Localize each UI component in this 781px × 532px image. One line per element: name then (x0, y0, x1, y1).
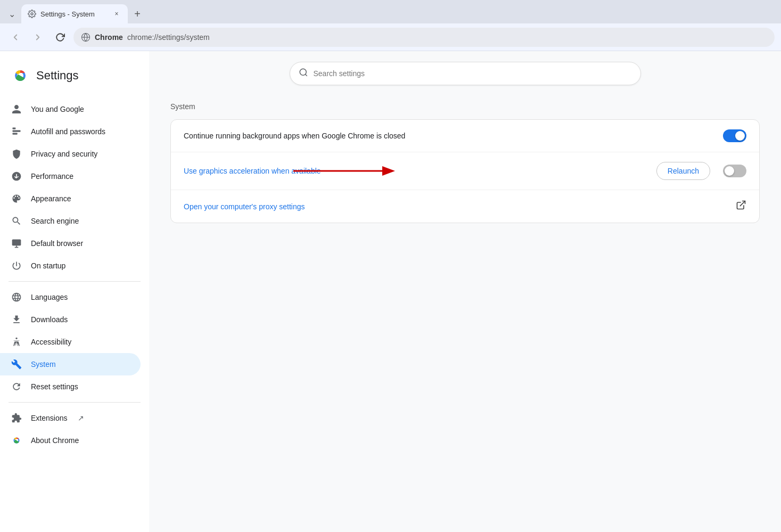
nav-back-button[interactable] (6, 28, 24, 46)
sidebar-item-you-and-google[interactable]: You and Google (0, 98, 141, 120)
graphics-acceleration-label: Use graphics acceleration when available (184, 167, 650, 175)
shield-icon (11, 148, 22, 160)
sidebar-label-privacy: Privacy and security (31, 150, 97, 158)
download-icon (11, 314, 22, 325)
sidebar-label-performance: Performance (31, 172, 73, 181)
address-site-label: Chrome (95, 33, 123, 42)
background-apps-row: Continue running background apps when Go… (171, 120, 759, 152)
power-icon (11, 260, 22, 272)
proxy-settings-label: Open your computer's proxy settings (184, 202, 729, 211)
sidebar-item-autofill[interactable]: Autofill and passwords (0, 120, 141, 143)
sidebar-item-reset-settings[interactable]: Reset settings (0, 375, 141, 398)
sidebar-item-languages[interactable]: Languages (0, 286, 141, 308)
puzzle-icon (11, 412, 22, 424)
palette-icon (11, 193, 22, 204)
relaunch-button[interactable]: Relaunch (656, 162, 710, 180)
sidebar-item-about-chrome[interactable]: About Chrome (0, 429, 141, 452)
address-url-text: chrome://settings/system (127, 33, 210, 42)
nav-reload-button[interactable] (51, 28, 69, 46)
chrome-logo-icon (11, 66, 30, 85)
sidebar-item-downloads[interactable]: Downloads (0, 308, 141, 331)
browser-frame: ⌄ Settings - System × + (0, 0, 781, 532)
wrench-icon (11, 358, 22, 370)
background-apps-toggle-knob (735, 131, 745, 141)
svg-rect-6 (13, 130, 21, 132)
sidebar-divider-1 (9, 281, 141, 282)
system-section-title: System (170, 102, 760, 111)
sidebar-label-reset-settings: Reset settings (31, 382, 78, 391)
sidebar-label-default-browser: Default browser (31, 239, 83, 248)
sidebar-label-system: System (31, 360, 56, 369)
sidebar-label-languages: Languages (31, 293, 68, 301)
search-bar[interactable] (290, 62, 641, 85)
svg-line-18 (740, 201, 745, 206)
sidebar-label-downloads: Downloads (31, 315, 68, 324)
sidebar-label-search-engine: Search engine (31, 217, 79, 225)
sidebar-item-search-engine[interactable]: Search engine (0, 210, 141, 232)
svg-point-14 (300, 69, 306, 75)
accessibility-icon (11, 336, 22, 348)
sidebar-item-accessibility[interactable]: Accessibility (0, 331, 141, 353)
svg-line-15 (305, 74, 307, 76)
proxy-external-link-icon[interactable] (736, 200, 746, 213)
tab-list-button[interactable]: ⌄ (4, 6, 19, 21)
sidebar-label-appearance: Appearance (31, 194, 71, 203)
sidebar-item-on-startup[interactable]: On startup (0, 255, 141, 277)
settings-page-title: Settings (36, 69, 79, 83)
search-bar-container (170, 62, 760, 85)
red-arrow-annotation (293, 160, 400, 182)
extensions-external-link-icon: ↗ (78, 414, 84, 422)
sidebar-label-on-startup: On startup (31, 261, 65, 270)
tab-favicon (28, 10, 36, 18)
tab-close-button[interactable]: × (112, 9, 121, 19)
search-bar-icon (299, 68, 308, 80)
svg-point-11 (15, 338, 17, 339)
globe-icon (11, 291, 22, 303)
autofill-icon (11, 126, 22, 137)
sidebar-label-accessibility: Accessibility (31, 338, 71, 346)
address-favicon (81, 32, 91, 42)
tab-bar: ⌄ Settings - System × + (0, 0, 781, 23)
browser-icon (11, 238, 22, 249)
sidebar-item-privacy[interactable]: Privacy and security (0, 143, 141, 165)
settings-logo-row: Settings (0, 62, 149, 98)
svg-point-0 (31, 13, 33, 15)
graphics-acceleration-toggle[interactable] (723, 165, 746, 177)
tab-settings-system[interactable]: Settings - System × (21, 4, 128, 23)
new-tab-button[interactable]: + (130, 6, 145, 21)
nav-forward-button[interactable] (29, 28, 47, 46)
graphics-acceleration-toggle-knob (725, 166, 734, 176)
sidebar-item-extensions[interactable]: Extensions ↗ (0, 407, 141, 429)
search-icon (11, 215, 22, 227)
sidebar: Settings You and Google Autofill and pas… (0, 51, 149, 532)
settings-page: Settings You and Google Autofill and pas… (0, 51, 781, 532)
sidebar-item-appearance[interactable]: Appearance (0, 187, 141, 210)
background-apps-toggle[interactable] (723, 129, 746, 142)
sidebar-item-system[interactable]: System (0, 353, 141, 375)
graphics-acceleration-row: Use graphics acceleration when available (171, 152, 759, 190)
tab-title: Settings - System (40, 10, 108, 18)
sidebar-label-you-and-google: You and Google (31, 105, 84, 113)
chrome-small-logo-icon (11, 435, 22, 446)
svg-rect-5 (13, 128, 16, 129)
svg-rect-8 (12, 240, 21, 246)
search-settings-input[interactable] (314, 69, 632, 78)
sidebar-label-about-chrome: About Chrome (31, 436, 79, 445)
sidebar-item-performance[interactable]: Performance (0, 165, 141, 187)
sidebar-item-default-browser[interactable]: Default browser (0, 232, 141, 255)
gauge-icon (11, 170, 22, 182)
sidebar-label-autofill: Autofill and passwords (31, 127, 105, 136)
svg-rect-7 (13, 133, 18, 135)
sidebar-divider-2 (9, 402, 141, 403)
background-apps-label: Continue running background apps when Go… (184, 132, 717, 140)
system-settings-card: Continue running background apps when Go… (170, 119, 760, 223)
person-icon (11, 103, 22, 115)
address-bar[interactable]: Chrome chrome://settings/system (73, 28, 775, 47)
sidebar-label-extensions: Extensions (31, 414, 67, 422)
reset-icon (11, 381, 22, 392)
main-content: System Continue running background apps … (149, 51, 781, 532)
proxy-settings-row: Open your computer's proxy settings (171, 190, 759, 223)
nav-bar: Chrome chrome://settings/system (0, 23, 781, 51)
